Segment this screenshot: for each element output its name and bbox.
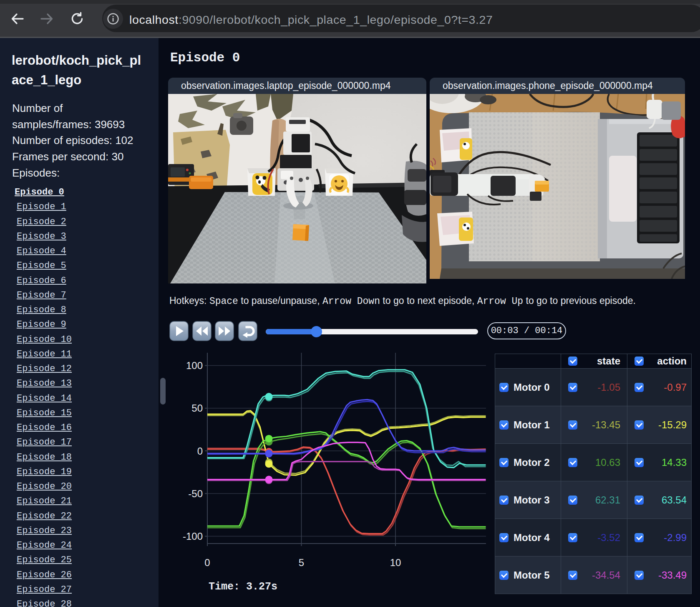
svg-text:10: 10	[390, 557, 401, 568]
svg-text:0: 0	[204, 557, 210, 568]
svg-text:-100: -100	[183, 531, 203, 542]
svg-text:0: 0	[197, 445, 203, 457]
svg-text:Time: 3.27s: Time: 3.27s	[209, 581, 277, 593]
svg-text:-50: -50	[188, 488, 203, 499]
svg-text:5: 5	[299, 557, 304, 568]
svg-text:50: 50	[191, 402, 203, 414]
svg-text:100: 100	[186, 360, 203, 371]
